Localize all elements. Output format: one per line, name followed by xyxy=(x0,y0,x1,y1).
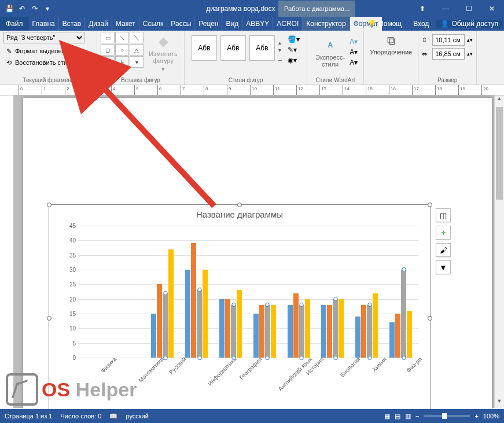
group-label-size: Размер xyxy=(422,77,473,84)
wordart-quick-styles[interactable]: A Экспресс- стили xyxy=(313,34,347,70)
scroll-down-icon[interactable]: ▼ xyxy=(495,398,504,408)
horizontal-ruler[interactable]: 01234567891011121314151617181920 xyxy=(0,85,504,95)
close-icon[interactable]: ✕ xyxy=(480,1,503,17)
share-button[interactable]: 👤 Общий доступ xyxy=(436,20,503,28)
web-layout-icon[interactable]: ▥ xyxy=(405,413,411,420)
qat-dropdown-icon[interactable]: ▾ xyxy=(43,5,51,13)
text-outline-icon[interactable]: A▾ xyxy=(350,48,358,56)
tab-insert[interactable]: Встав xyxy=(59,17,85,31)
save-icon[interactable]: 💾 xyxy=(5,5,13,13)
read-mode-icon[interactable]: ▦ xyxy=(384,413,390,420)
chart-elements-button[interactable]: ◫ xyxy=(436,208,451,222)
ribbon-collapse-icon[interactable]: ⬆ xyxy=(411,1,434,17)
tab-layout[interactable]: Макет xyxy=(112,17,139,31)
tab-home[interactable]: Главна xyxy=(29,17,59,31)
spellcheck-icon[interactable]: 📖 xyxy=(109,413,117,420)
chart-title[interactable]: Название диаграммы xyxy=(196,209,283,219)
tab-references[interactable]: Ссылк xyxy=(139,17,168,31)
group-label-styles: Стили фигур xyxy=(188,77,303,84)
shape-fill-icon[interactable]: 🪣▾ xyxy=(288,35,300,43)
scroll-thumb[interactable] xyxy=(496,107,503,200)
gallery-up-icon[interactable]: ▴ xyxy=(278,39,282,46)
format-selection-button[interactable]: ✎Формат выделенного xyxy=(3,45,93,57)
change-shape-button: ◆ Изменить фигуру▾ xyxy=(146,32,181,75)
scroll-up-icon[interactable]: ▲ xyxy=(495,95,504,105)
chart-filters-button[interactable]: ▼ xyxy=(436,260,451,274)
height-input[interactable] xyxy=(432,34,465,46)
height-icon: ⇕ xyxy=(422,36,430,44)
width-input[interactable] xyxy=(432,48,465,60)
style-preset-2[interactable]: Абв xyxy=(220,35,246,61)
arrange-button[interactable]: ⧉ Упорядочение xyxy=(367,32,414,58)
tab-acrobat[interactable]: ACROI xyxy=(273,17,303,31)
contextual-tab-label: Работа с диаграмма... xyxy=(278,1,355,17)
cursor-icon xyxy=(6,373,38,406)
language-indicator[interactable]: русский xyxy=(126,413,148,420)
group-label-shapes: Вставка фигур xyxy=(101,77,181,84)
group-label-wordart: Стили WordArt xyxy=(311,77,360,84)
vertical-scrollbar[interactable]: ▲ ▼ xyxy=(494,95,504,408)
tab-file[interactable]: Файл xyxy=(0,17,29,31)
print-layout-icon[interactable]: ▤ xyxy=(395,413,400,420)
title-bar: 💾 ↶ ↷ ▾ диаграмма ворд.docx - Word Работ… xyxy=(0,0,504,17)
tab-chart-design[interactable]: Конструктор xyxy=(303,17,350,31)
quick-access-toolbar: 💾 ↶ ↷ ▾ xyxy=(1,5,56,13)
chart-styles-button[interactable]: 🖌 xyxy=(436,243,451,257)
zoom-out-icon[interactable]: − xyxy=(415,413,419,420)
tab-review[interactable]: Рецен xyxy=(195,17,222,31)
chart-add-button[interactable]: ＋ xyxy=(436,226,451,240)
maximize-icon[interactable]: ☐ xyxy=(457,1,480,17)
zoom-slider[interactable] xyxy=(424,415,470,417)
chart-side-buttons: ◫ ＋ 🖌 ▼ xyxy=(436,208,451,274)
zoom-level[interactable]: 100% xyxy=(483,413,499,420)
status-bar: Страница 1 из 1 Число слов: 0 📖 русский … xyxy=(0,409,504,423)
undo-icon[interactable]: ↶ xyxy=(18,5,26,13)
redo-icon[interactable]: ↷ xyxy=(31,5,39,13)
vertical-ruler[interactable] xyxy=(0,95,14,408)
shape-outline-icon[interactable]: ✎▾ xyxy=(288,46,300,54)
zoom-in-icon[interactable]: + xyxy=(474,413,478,420)
gallery-more-icon[interactable]: ⎯ xyxy=(278,54,282,61)
tab-mailings[interactable]: Рассы xyxy=(167,17,195,31)
tab-design[interactable]: Дизай xyxy=(85,17,112,31)
tab-view[interactable]: Вид xyxy=(222,17,242,31)
group-wordart-styles: A Экспресс- стили A▾ A▾ A▾ Стили WordArt xyxy=(307,31,364,84)
page-indicator[interactable]: Страница 1 из 1 xyxy=(5,413,52,420)
tab-abbyy[interactable]: ABBYY xyxy=(242,17,273,31)
group-arrange: ⧉ Упорядочение xyxy=(364,31,418,84)
group-current-selection: Ряд "3 четверть" ✎Формат выделенного ⟲Во… xyxy=(0,31,97,84)
width-icon: ⇔ xyxy=(422,50,430,58)
style-preset-3[interactable]: Абв xyxy=(249,35,275,61)
gallery-down-icon[interactable]: ▾ xyxy=(278,47,282,53)
group-shape-styles: Абв Абв Абв ▴ ▾ ⎯ 🪣▾ ✎▾ ◉▾ Стили фигур xyxy=(185,31,307,84)
sign-in[interactable]: Вход xyxy=(409,20,433,28)
group-size: ⇕▴▾ ⇔▴▾ Размер xyxy=(418,31,477,84)
ribbon-tabs: Файл Главна Встав Дизай Макет Ссылк Расс… xyxy=(0,17,504,31)
group-label-selection: Текущий фрагмент xyxy=(3,77,93,84)
word-count[interactable]: Число слов: 0 xyxy=(60,413,101,420)
style-preset-1[interactable]: Абв xyxy=(192,35,217,61)
group-insert-shapes: ▭＼＼ ◻○△ ⬠↳▾ ◆ Изменить фигуру▾ Вставка ф… xyxy=(97,31,185,84)
text-fill-icon[interactable]: A▾ xyxy=(350,38,358,46)
text-effects-icon[interactable]: A▾ xyxy=(350,58,358,67)
shape-effects-icon[interactable]: ◉▾ xyxy=(288,56,300,64)
document-area: Название диаграммы 051015202530354045Физ… xyxy=(0,95,504,408)
tell-me[interactable]: 💡 Помощ xyxy=(363,20,406,28)
minimize-icon[interactable]: — xyxy=(434,1,457,17)
shape-gallery[interactable]: ▭＼＼ ◻○△ ⬠↳▾ xyxy=(101,32,144,75)
chart-element-selector[interactable]: Ряд "3 четверть" xyxy=(3,32,84,43)
watermark-logo: OS Helper xyxy=(6,373,137,406)
ribbon: Ряд "3 четверть" ✎Формат выделенного ⟲Во… xyxy=(0,31,504,85)
plot-area[interactable]: 051015202530354045ФизикаМатематикаРусски… xyxy=(78,226,418,358)
reset-style-button[interactable]: ⟲Восстановить стиль xyxy=(3,57,93,68)
